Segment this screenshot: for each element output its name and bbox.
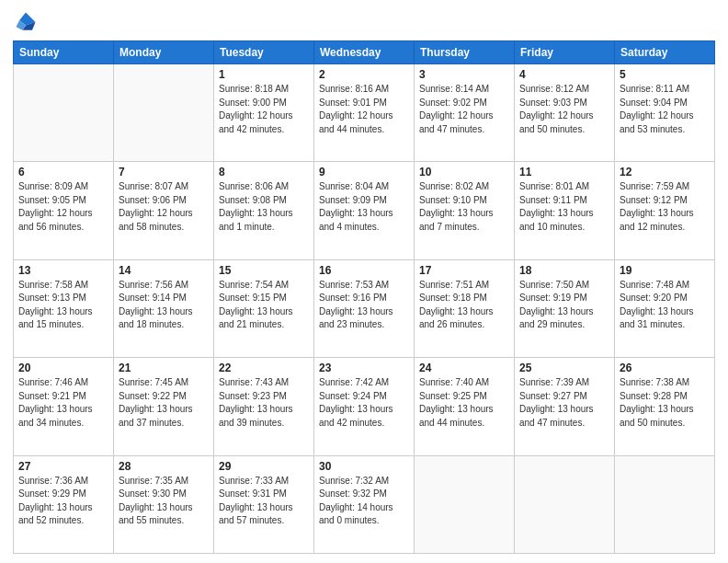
day-info: Sunrise: 7:32 AM Sunset: 9:32 PM Dayligh… [319, 475, 409, 528]
day-info: Sunrise: 7:42 AM Sunset: 9:24 PM Dayligh… [319, 376, 409, 430]
day-number: 13 [18, 264, 108, 277]
day-info: Sunrise: 8:01 AM Sunset: 9:11 PM Dayligh… [519, 180, 609, 234]
weekday-header: Saturday [615, 41, 715, 64]
day-info: Sunrise: 8:18 AM Sunset: 9:00 PM Dayligh… [219, 83, 309, 136]
calendar-cell: 9Sunrise: 8:04 AM Sunset: 9:09 PM Daylig… [314, 162, 415, 259]
calendar-cell: 2Sunrise: 8:16 AM Sunset: 9:01 PM Daylig… [314, 64, 415, 162]
day-number: 5 [620, 68, 710, 81]
day-number: 23 [319, 362, 409, 374]
day-number: 4 [519, 68, 609, 81]
calendar-week-row: 1Sunrise: 8:18 AM Sunset: 9:00 PM Daylig… [14, 64, 715, 162]
calendar-cell: 20Sunrise: 7:46 AM Sunset: 9:21 PM Dayli… [14, 358, 114, 455]
calendar-cell: 11Sunrise: 8:01 AM Sunset: 9:11 PM Dayli… [515, 162, 615, 259]
day-info: Sunrise: 8:04 AM Sunset: 9:09 PM Dayligh… [319, 180, 409, 234]
calendar-cell: 17Sunrise: 7:51 AM Sunset: 9:18 PM Dayli… [415, 259, 515, 357]
day-number: 11 [519, 166, 609, 178]
day-number: 9 [319, 166, 409, 178]
day-info: Sunrise: 7:54 AM Sunset: 9:15 PM Dayligh… [219, 279, 309, 332]
day-info: Sunrise: 7:36 AM Sunset: 9:29 PM Dayligh… [18, 475, 108, 528]
day-info: Sunrise: 7:40 AM Sunset: 9:25 PM Dayligh… [419, 376, 509, 430]
calendar-cell: 12Sunrise: 7:59 AM Sunset: 9:12 PM Dayli… [615, 162, 715, 259]
calendar-cell: 3Sunrise: 8:14 AM Sunset: 9:02 PM Daylig… [415, 64, 515, 162]
calendar-cell [615, 455, 715, 553]
day-number: 15 [219, 264, 309, 277]
day-number: 6 [18, 166, 108, 178]
day-number: 10 [419, 166, 509, 178]
day-number: 30 [319, 460, 409, 473]
weekday-header: Thursday [415, 41, 515, 64]
calendar-cell: 5Sunrise: 8:11 AM Sunset: 9:04 PM Daylig… [615, 64, 715, 162]
calendar-cell: 26Sunrise: 7:38 AM Sunset: 9:28 PM Dayli… [615, 358, 715, 455]
day-info: Sunrise: 7:46 AM Sunset: 9:21 PM Dayligh… [18, 376, 108, 430]
day-info: Sunrise: 8:06 AM Sunset: 9:08 PM Dayligh… [219, 180, 309, 234]
calendar-cell: 22Sunrise: 7:43 AM Sunset: 9:23 PM Dayli… [214, 358, 314, 455]
day-info: Sunrise: 8:16 AM Sunset: 9:01 PM Dayligh… [319, 83, 409, 136]
calendar: SundayMondayTuesdayWednesdayThursdayFrid… [13, 40, 715, 554]
calendar-cell: 30Sunrise: 7:32 AM Sunset: 9:32 PM Dayli… [314, 455, 415, 553]
weekday-header: Sunday [14, 41, 114, 64]
day-number: 20 [18, 362, 108, 374]
day-info: Sunrise: 8:14 AM Sunset: 9:02 PM Dayligh… [419, 83, 509, 136]
day-number: 29 [219, 460, 309, 473]
weekday-header: Monday [114, 41, 214, 64]
day-info: Sunrise: 7:56 AM Sunset: 9:14 PM Dayligh… [119, 279, 209, 332]
day-info: Sunrise: 7:51 AM Sunset: 9:18 PM Dayligh… [419, 279, 509, 332]
day-info: Sunrise: 7:33 AM Sunset: 9:31 PM Dayligh… [219, 475, 309, 528]
calendar-week-row: 20Sunrise: 7:46 AM Sunset: 9:21 PM Dayli… [14, 358, 715, 455]
day-number: 14 [119, 264, 209, 277]
day-info: Sunrise: 8:11 AM Sunset: 9:04 PM Dayligh… [620, 83, 710, 136]
weekday-row: SundayMondayTuesdayWednesdayThursdayFrid… [14, 41, 715, 64]
day-number: 16 [319, 264, 409, 277]
calendar-week-row: 27Sunrise: 7:36 AM Sunset: 9:29 PM Dayli… [14, 455, 715, 553]
day-number: 17 [419, 264, 509, 277]
calendar-week-row: 13Sunrise: 7:58 AM Sunset: 9:13 PM Dayli… [14, 259, 715, 357]
day-info: Sunrise: 7:45 AM Sunset: 9:22 PM Dayligh… [119, 376, 209, 430]
day-number: 25 [519, 362, 609, 374]
calendar-cell: 13Sunrise: 7:58 AM Sunset: 9:13 PM Dayli… [14, 259, 114, 357]
weekday-header: Friday [515, 41, 615, 64]
calendar-cell [515, 455, 615, 553]
day-info: Sunrise: 7:58 AM Sunset: 9:13 PM Dayligh… [18, 279, 108, 332]
calendar-cell: 7Sunrise: 8:07 AM Sunset: 9:06 PM Daylig… [114, 162, 214, 259]
calendar-body: 1Sunrise: 8:18 AM Sunset: 9:00 PM Daylig… [14, 64, 715, 554]
calendar-cell: 18Sunrise: 7:50 AM Sunset: 9:19 PM Dayli… [515, 259, 615, 357]
day-number: 28 [119, 460, 209, 473]
day-number: 3 [419, 68, 509, 81]
calendar-cell: 21Sunrise: 7:45 AM Sunset: 9:22 PM Dayli… [114, 358, 214, 455]
calendar-cell: 14Sunrise: 7:56 AM Sunset: 9:14 PM Dayli… [114, 259, 214, 357]
calendar-cell: 1Sunrise: 8:18 AM Sunset: 9:00 PM Daylig… [214, 64, 314, 162]
day-number: 27 [18, 460, 108, 473]
calendar-cell: 29Sunrise: 7:33 AM Sunset: 9:31 PM Dayli… [214, 455, 314, 553]
calendar-cell: 6Sunrise: 8:09 AM Sunset: 9:05 PM Daylig… [14, 162, 114, 259]
calendar-cell: 16Sunrise: 7:53 AM Sunset: 9:16 PM Dayli… [314, 259, 415, 357]
calendar-cell: 4Sunrise: 8:12 AM Sunset: 9:03 PM Daylig… [515, 64, 615, 162]
day-info: Sunrise: 8:07 AM Sunset: 9:06 PM Dayligh… [119, 180, 209, 234]
day-info: Sunrise: 7:48 AM Sunset: 9:20 PM Dayligh… [620, 279, 710, 332]
day-info: Sunrise: 7:39 AM Sunset: 9:27 PM Dayligh… [519, 376, 609, 430]
day-info: Sunrise: 8:12 AM Sunset: 9:03 PM Dayligh… [519, 83, 609, 136]
calendar-week-row: 6Sunrise: 8:09 AM Sunset: 9:05 PM Daylig… [14, 162, 715, 259]
day-info: Sunrise: 7:50 AM Sunset: 9:19 PM Dayligh… [519, 279, 609, 332]
calendar-cell: 15Sunrise: 7:54 AM Sunset: 9:15 PM Dayli… [214, 259, 314, 357]
day-info: Sunrise: 7:43 AM Sunset: 9:23 PM Dayligh… [219, 376, 309, 430]
day-number: 2 [319, 68, 409, 81]
day-info: Sunrise: 7:38 AM Sunset: 9:28 PM Dayligh… [620, 376, 710, 430]
day-info: Sunrise: 7:35 AM Sunset: 9:30 PM Dayligh… [119, 475, 209, 528]
day-info: Sunrise: 7:53 AM Sunset: 9:16 PM Dayligh… [319, 279, 409, 332]
day-number: 12 [620, 166, 710, 178]
calendar-cell [14, 64, 114, 162]
day-number: 7 [119, 166, 209, 178]
calendar-header: SundayMondayTuesdayWednesdayThursdayFrid… [14, 41, 715, 64]
logo-icon [13, 9, 39, 35]
day-number: 22 [219, 362, 309, 374]
calendar-cell [114, 64, 214, 162]
day-number: 18 [519, 264, 609, 277]
day-info: Sunrise: 8:09 AM Sunset: 9:05 PM Dayligh… [18, 180, 108, 234]
day-number: 24 [419, 362, 509, 374]
day-number: 21 [119, 362, 209, 374]
weekday-header: Tuesday [214, 41, 314, 64]
calendar-cell: 19Sunrise: 7:48 AM Sunset: 9:20 PM Dayli… [615, 259, 715, 357]
calendar-cell: 25Sunrise: 7:39 AM Sunset: 9:27 PM Dayli… [515, 358, 615, 455]
calendar-cell [415, 455, 515, 553]
calendar-cell: 8Sunrise: 8:06 AM Sunset: 9:08 PM Daylig… [214, 162, 314, 259]
